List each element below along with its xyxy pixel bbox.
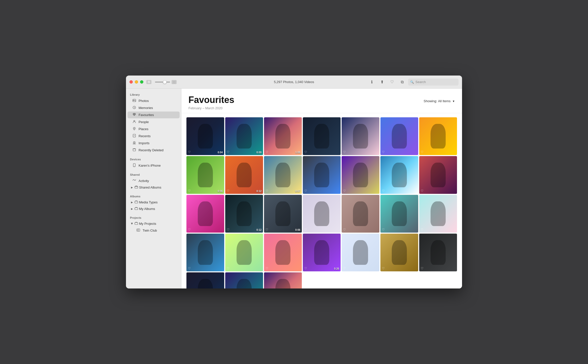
photo-figure-15 [198,201,213,226]
photo-cell-1[interactable]: 0:04♡ [186,117,224,155]
sidebar-item-places[interactable]: Places [127,126,180,132]
shared-section-title: Shared [126,171,181,177]
photo-cell-16[interactable]: 0:12♡ [225,195,263,233]
photo-content-29 [186,272,224,288]
photo-cell-12[interactable]: ♡ [342,156,379,194]
sidebar-item-recently-deleted[interactable]: Recently Deleted [127,147,180,154]
photo-cell-5[interactable]: ♡ [342,117,379,155]
photo-cell-7[interactable]: ♡ [419,117,457,155]
favourites-label: Favourites [139,113,154,117]
sidebar-item-media-types[interactable]: ▶ Media Types [127,199,180,205]
maximize-button[interactable] [140,80,143,84]
fullscreen-icon[interactable]: ⬚ [172,80,177,84]
heart-icon-23: ♡ [227,267,230,270]
photo-cell-18[interactable]: ♡ [303,195,341,233]
photo-content-14 [419,156,457,194]
share-button[interactable]: ⬆ [378,78,386,86]
photo-cell-25[interactable]: 0:26♡ [303,234,341,271]
video-duration-2: 0:09 [256,151,262,154]
sidebar-item-my-albums[interactable]: ▶ My Albums [127,206,180,212]
window-title: 5,297 Photos, 1,040 Videos [274,80,314,84]
main-content: Favourites February – March 2020 Showing… [181,89,462,288]
showing-chevron-icon: ▼ [452,99,455,102]
sidebar-item-imports[interactable]: Imports [127,140,180,147]
photo-cell-15[interactable]: ♡ [186,195,224,233]
photo-cell-19[interactable]: ♡ [342,195,379,233]
svg-rect-16 [135,223,138,225]
zoom-slider[interactable] [155,82,170,83]
close-button[interactable] [129,80,133,84]
photo-cell-27[interactable]: ♡ [380,234,418,271]
photo-figure-22 [198,240,213,265]
activity-icon [132,179,137,183]
photo-figure-2 [237,124,252,149]
main-title: Favourites [188,95,455,105]
photo-cell-31[interactable]: 0:25♡ [264,272,302,288]
heart-icon-7: ♡ [421,150,423,154]
photo-cell-8[interactable]: 0:06♡ [186,156,224,194]
photo-cell-23[interactable]: ♡ [225,234,263,271]
minimize-button[interactable] [135,80,138,84]
sidebar-item-people[interactable]: People [127,119,180,125]
projects-section-title: Projects [126,214,181,220]
video-duration-1: 0:04 [218,151,223,154]
memories-label: Memories [139,106,153,110]
photo-cell-4[interactable]: ♡ [303,117,341,155]
photo-cell-10[interactable]: 0:07♡ [264,156,302,194]
twin-club-label: Twin Club [143,229,157,232]
photo-cell-9[interactable]: 0:12♡ [225,156,263,194]
photo-content-13 [380,156,418,194]
showing-filter[interactable]: Showing: All Items ▼ [424,99,455,103]
info-button[interactable]: ℹ [368,78,376,86]
svg-rect-9 [133,149,136,151]
sidebar-item-twin-club[interactable]: Twin Club [127,227,180,234]
photo-content-22 [186,234,224,271]
photo-cell-20[interactable]: ♡ [380,195,418,233]
media-types-label: Media Types [139,200,157,204]
photo-content-10 [264,156,302,194]
photo-cell-24[interactable]: ♡ [264,234,302,271]
photo-cell-14[interactable]: ♡ [419,156,457,194]
slideshow-button[interactable]: ⧉ [398,78,406,86]
photo-cell-13[interactable]: ♡ [380,156,418,194]
heart-icon-24: ♡ [266,267,268,270]
heart-icon-8: ♡ [188,189,191,193]
photo-cell-30[interactable]: 0:08♡ [225,272,263,288]
sidebar-item-shared-albums[interactable]: ▶ Shared Albums [127,184,180,191]
photo-cell-6[interactable]: ♡ [380,117,418,155]
heart-icon-3: ♡ [266,150,268,154]
photo-content-26 [342,234,379,271]
heart-icon-12: ♡ [343,189,346,193]
sidebar-item-my-projects[interactable]: ▶ My Projects [127,221,180,227]
shared-albums-label: Shared Albums [139,186,161,189]
photo-cell-21[interactable]: ♡ [419,195,457,233]
date-range: February – March 2020 [188,106,455,110]
photo-cell-28[interactable]: ♡ [419,234,457,271]
photo-cell-22[interactable]: ♡ [186,234,224,271]
favourite-button[interactable]: ♡ [388,78,396,86]
heart-icon-16: ♡ [227,228,230,231]
photo-cell-2[interactable]: 0:09♡ [225,117,263,155]
photo-figure-16 [237,201,252,226]
sidebar-item-recents[interactable]: Recents [127,133,180,139]
heart-icon-6: ♡ [382,150,385,154]
sidebar-item-photos[interactable]: Photos [127,97,180,104]
svg-rect-13 [135,186,138,188]
video-duration-16: 0:12 [256,229,262,231]
photo-figure-4 [314,124,329,149]
photo-cell-29[interactable]: ♡ [186,272,224,288]
sidebar-item-memories[interactable]: Memories [127,104,180,111]
photo-cell-26[interactable]: ♡ [342,234,379,271]
photo-cell-3[interactable]: 1:09♡ [264,117,302,155]
sidebar-item-favourites[interactable]: Favourites [127,112,180,118]
recently-deleted-label: Recently Deleted [139,148,164,152]
search-box[interactable]: 🔍 Search [408,79,459,86]
twin-club-icon [136,228,141,232]
body: Library Photos [126,89,462,288]
photo-cell-17[interactable]: 0:06♡ [264,195,302,233]
sidebar-item-karens-iphone[interactable]: Karen's iPhone [127,162,180,169]
sidebar-item-activity[interactable]: Activity [127,177,180,184]
photo-cell-11[interactable]: ♡ [303,156,341,194]
sidebar-toggle-icon[interactable]: ⬜ [146,80,151,84]
photo-content-4 [303,117,341,155]
